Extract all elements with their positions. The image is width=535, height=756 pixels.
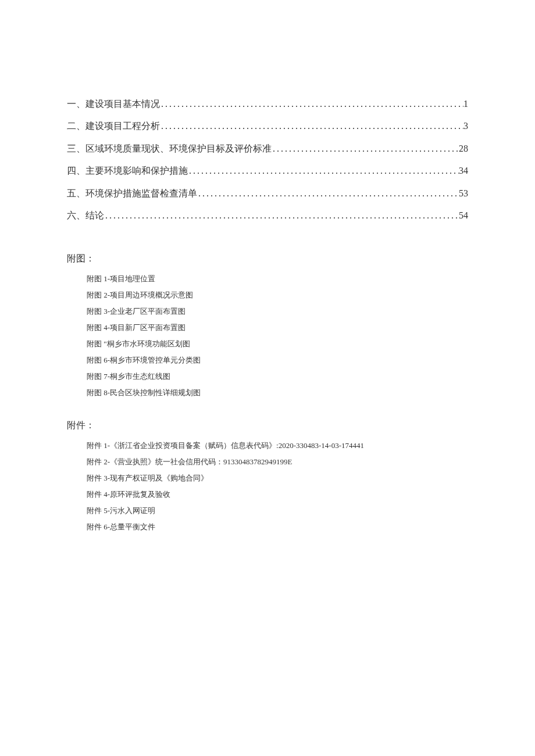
figures-list: 附图 1-项目地理位置 附图 2-项目周边环境概况示意图 附图 3-企业老厂区平…	[67, 271, 468, 401]
toc-dots	[104, 205, 459, 227]
table-of-contents: 一、建设项目基本情况 1 二、建设项目工程分析 3 三、区域环境质量现状、环境保…	[67, 93, 468, 227]
toc-page: 54	[459, 205, 468, 227]
attachments-list: 附件 1-《浙江省企业投资项目备案（赋码）信息表代码》:2020-330483-…	[67, 438, 468, 535]
figure-item: 附图 1-项目地理位置	[87, 271, 468, 287]
toc-dots	[160, 93, 463, 115]
attachment-item: 附件 3-现有产权证明及《购地合同》	[87, 470, 468, 486]
toc-label: 四、主要环境影响和保护措施	[67, 160, 188, 182]
toc-item: 六、结论 54	[67, 205, 468, 227]
figure-item: 附图 2-项目周边环境概况示意图	[87, 287, 468, 303]
toc-label: 一、建设项目基本情况	[67, 93, 160, 115]
figures-heading: 附图：	[67, 253, 468, 265]
toc-dots	[160, 115, 463, 137]
toc-item: 二、建设项目工程分析 3	[67, 115, 468, 137]
attachment-item: 附件 5-污水入网证明	[87, 503, 468, 519]
toc-dots	[188, 160, 459, 182]
attachment-item: 附件 1-《浙江省企业投资项目备案（赋码）信息表代码》:2020-330483-…	[87, 438, 468, 454]
toc-label: 六、结论	[67, 205, 104, 227]
figure-item: 附图 "桐乡市水环境功能区划图	[87, 336, 468, 352]
toc-page: 28	[459, 138, 468, 160]
figure-item: 附图 8-民合区块控制性详细规划图	[87, 385, 468, 401]
toc-page: 53	[459, 182, 468, 205]
attachments-heading: 附件：	[67, 420, 468, 432]
attachment-item: 附件 4-原环评批复及验收	[87, 486, 468, 503]
toc-item: 三、区域环境质量现状、环境保护目标及评价标准 28	[67, 138, 468, 160]
toc-page: 1	[463, 93, 468, 115]
figure-item: 附图 6-桐乡市环境管控单元分类图	[87, 352, 468, 368]
toc-item: 一、建设项目基本情况 1	[67, 93, 468, 115]
toc-label: 五、环境保护措施监督检查清单	[67, 182, 197, 205]
toc-dots	[272, 138, 459, 160]
toc-label: 三、区域环境质量现状、环境保护目标及评价标准	[67, 138, 272, 160]
toc-dots	[197, 182, 459, 205]
toc-item: 四、主要环境影响和保护措施 34	[67, 160, 468, 182]
toc-label: 二、建设项目工程分析	[67, 115, 160, 137]
figure-item: 附图 7-桐乡市生态红线图	[87, 368, 468, 385]
figure-item: 附图 3-企业老厂区平面布置图	[87, 303, 468, 320]
toc-page: 3	[463, 115, 468, 137]
toc-item: 五、环境保护措施监督检查清单 53	[67, 182, 468, 205]
attachment-item: 附件 6-总量平衡文件	[87, 519, 468, 535]
figure-item: 附图 4-项目新厂区平面布置图	[87, 320, 468, 336]
attachment-item: 附件 2-《营业执照》统一社会信用代码：91330483782949199E	[87, 454, 468, 470]
toc-page: 34	[459, 160, 468, 182]
